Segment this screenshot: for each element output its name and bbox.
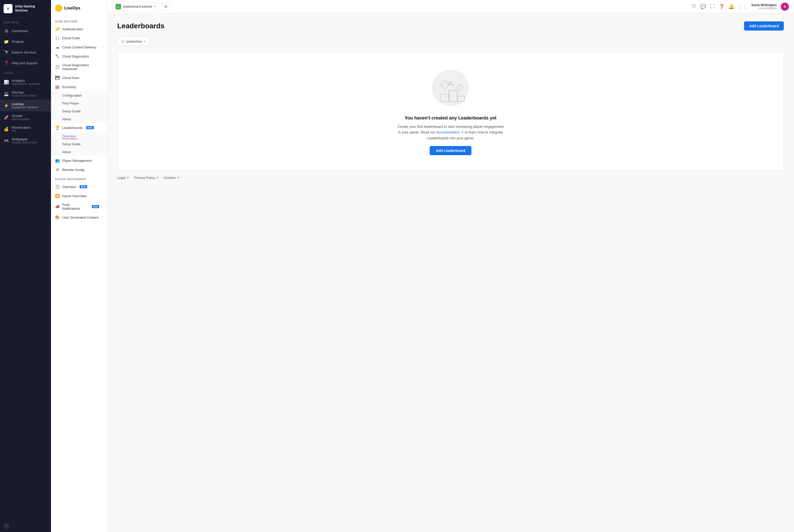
settings-button[interactable]: ⚙ [162, 3, 170, 11]
explore-label: Explore Services [12, 51, 37, 54]
multiplayer-label: Multiplayer [12, 137, 36, 141]
nav-setup-guide[interactable]: Setup Guide [51, 140, 107, 148]
analytics-icon: 📊 [4, 79, 9, 85]
leaderboards-arrow: › [101, 127, 104, 128]
apps-icon[interactable]: ⋮⋮ [738, 4, 747, 10]
sidebar-item-growth[interactable]: 🚀 Growth User Acquisition [0, 111, 51, 123]
documentation-link[interactable]: documentation ↗ [436, 130, 464, 134]
analytics-sub: Data Explorer, Audiences [12, 82, 40, 86]
nav-authentication[interactable]: 🔑 Authentication › [51, 24, 107, 34]
help-icon: ❓ [4, 60, 9, 66]
sidebar-item-monetization[interactable]: 💰 Monetization Ads [0, 123, 51, 135]
user-name: Sarah Whitington [752, 3, 777, 7]
suites-label: Suites [0, 68, 51, 76]
env-label: production [127, 39, 142, 43]
notifications-icon[interactable]: 🔔 [728, 4, 734, 10]
nav-pe-overview[interactable]: 📋 Overview Beta [51, 182, 107, 191]
sidebar-item-explore[interactable]: 🔭 Explore Services [0, 47, 51, 58]
add-leaderboard-button-empty[interactable]: Add Leaderboard [430, 146, 472, 155]
nav-push-notifications[interactable]: 📣 Push Notifications Beta › [51, 201, 107, 213]
liveops-icon: ⚡ [4, 103, 9, 108]
nav-cloud-code[interactable]: { } Cloud Code › [51, 34, 107, 42]
service-title: LiveOps [64, 6, 80, 11]
service-logo-icon: ⚡ [55, 5, 62, 12]
app-title: Unity Gaming Services [15, 5, 48, 13]
nav-configuration[interactable]: Configuration [51, 92, 107, 99]
leaderboards-badge: Beta [86, 126, 94, 129]
main-content: L leaderboard-tutorial ▾ ⚙ 🛡 💬 ⛶ ❓ 🔔 ⋮⋮ … [107, 0, 794, 532]
nav-user-generated[interactable]: 🎨 User Generated Content › [51, 213, 107, 222]
sidebar-item-help[interactable]: ❓ Help and Support [0, 58, 51, 68]
page-footer: Legal ↗ Privacy Policy ↗ Cookies ↗ [117, 171, 784, 182]
environment-selector[interactable]: ⬡ production ▾ [117, 37, 149, 46]
cloud-code-icon: { } [55, 36, 60, 40]
player-engagement-label: Player Engagement [51, 174, 107, 182]
sidebar-item-multiplayer[interactable]: 🎮 Multiplayer Hosting, Voice & Chat [0, 135, 51, 147]
authentication-arrow: › [102, 27, 103, 31]
help-label: Help and Support [12, 61, 37, 65]
sidebar-item-dashboard[interactable]: ⊞ Dashboard [0, 25, 51, 36]
sidebar-item-liveops[interactable]: ⚡ LiveOps Engagement, Backend [0, 100, 51, 111]
sidebar-collapse-button[interactable]: ‹ [4, 523, 10, 529]
cloud-content-arrow: › [102, 45, 103, 49]
leaderboard-illustration: 1 [428, 68, 474, 108]
nav-setup-guide-economy[interactable]: Setup Guide [51, 107, 107, 115]
help-topbar-icon[interactable]: ❓ [719, 4, 724, 10]
env-dropdown-arrow: ▾ [144, 40, 146, 43]
game-overrides-icon: 🔀 [55, 194, 60, 198]
monetization-sub: Ads [12, 129, 31, 132]
projects-icon: 📁 [4, 39, 9, 44]
liveops-label: LiveOps [12, 102, 37, 106]
nav-about[interactable]: About [51, 148, 107, 156]
dashboard-icon: ⊞ [4, 28, 9, 34]
empty-title: You haven't created any Leaderboards yet [405, 115, 496, 121]
game-overrides-arrow: › [102, 194, 103, 197]
shield-icon[interactable]: 🛡 [692, 4, 696, 9]
remote-config-icon: ⚙ [55, 167, 60, 172]
user-generated-icon: 🎨 [55, 215, 60, 220]
page-content: Leaderboards Add Leaderboard ⬡ productio… [107, 13, 794, 532]
chat-icon[interactable]: 💬 [700, 4, 706, 10]
devops-label: DevOps [12, 91, 36, 94]
cookies-link[interactable]: Cookies ↗ [164, 176, 180, 179]
main-sidebar: U Unity Gaming Services Main Menu ⊞ Dash… [0, 0, 51, 532]
devops-sub: Create, Build & Share [12, 94, 36, 97]
legal-link[interactable]: Legal ↗ [117, 176, 129, 179]
sidebar-item-devops[interactable]: 💻 DevOps Create, Build & Share [0, 88, 51, 100]
top-bar: L leaderboard-tutorial ▾ ⚙ 🛡 💬 ⛶ ❓ 🔔 ⋮⋮ … [107, 0, 794, 13]
nav-cloud-content[interactable]: ☁ Cloud Content Delivery › [51, 42, 107, 52]
nav-cloud-diagnostics[interactable]: 🔧 Cloud Diagnostics › [51, 52, 107, 61]
sidebar-item-analytics[interactable]: 📊 Analytics Data Explorer, Audiences [0, 76, 51, 88]
nav-remote-config[interactable]: ⚙ Remote Config [51, 165, 107, 174]
add-leaderboard-button-top[interactable]: Add Leaderboard [744, 21, 784, 31]
nav-leaderboards[interactable]: 🏆 Leaderboards Beta › [51, 123, 107, 132]
nav-game-overrides[interactable]: 🔀 Game Overrides › [51, 191, 107, 201]
nav-overview[interactable]: Overview [51, 132, 107, 140]
cloud-save-arrow: › [102, 76, 103, 79]
project-name: leaderboard-tutorial [123, 5, 152, 8]
player-management-icon: 👥 [55, 158, 60, 163]
authentication-icon: 🔑 [55, 27, 60, 31]
privacy-link[interactable]: Privacy Policy ↗ [134, 176, 159, 179]
sidebar-item-projects[interactable]: 📁 Projects [0, 36, 51, 47]
growth-sub: User Acquisition [12, 118, 30, 120]
leaderboards-icon: 🏆 [55, 125, 60, 130]
nav-player-management[interactable]: 👥 Player Management [51, 156, 107, 165]
analytics-label: Analytics [12, 79, 40, 82]
project-selector[interactable]: L leaderboard-tutorial ▾ [112, 2, 159, 11]
push-notifications-arrow: › [102, 205, 103, 208]
economy-icon: 🎰 [55, 84, 60, 89]
project-icon: L [115, 4, 121, 10]
liveops-sub: Engagement, Backend [12, 106, 37, 109]
explore-icon: 🔭 [4, 50, 9, 55]
nav-cloud-save[interactable]: 💾 Cloud Save › [51, 73, 107, 82]
economy-submenu: Configuration Find Player Setup Guide Ab… [51, 92, 107, 123]
nav-economy[interactable]: 🎰 Economy › [51, 82, 107, 92]
multiplayer-sub: Hosting, Voice & Chat [12, 141, 36, 144]
expand-icon[interactable]: ⛶ [710, 4, 715, 9]
pe-overview-icon: 📋 [55, 185, 60, 189]
nav-cloud-diagnostics-adv[interactable]: 📋 Cloud Diagnostics Advanced › [51, 61, 107, 73]
nav-find-player[interactable]: Find Player [51, 99, 107, 107]
user-avatar[interactable]: S [781, 3, 789, 11]
nav-about-economy[interactable]: About [51, 115, 107, 123]
